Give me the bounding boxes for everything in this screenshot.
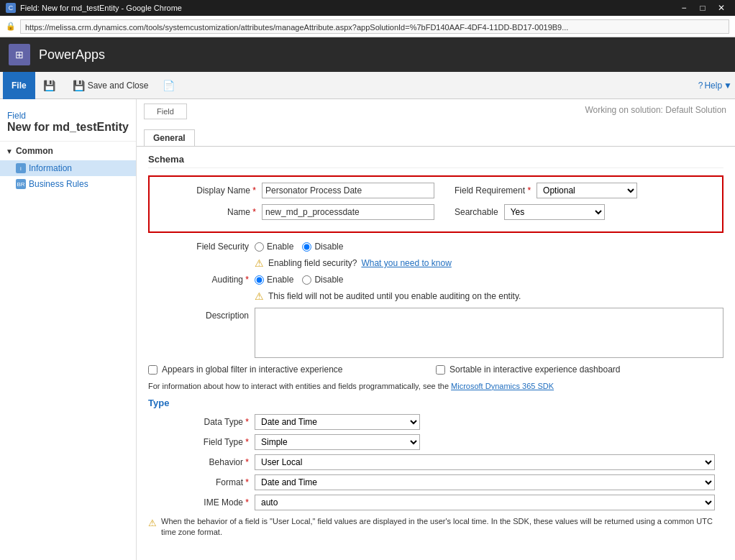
- global-filter-col1: Appears in global filter in interactive …: [148, 364, 436, 376]
- auditing-warning-icon: ⚠: [255, 290, 264, 302]
- field-requirement-group: Field Requirement * Optional Business Re…: [455, 183, 637, 198]
- sortable-label: Sortable in interactive experience dashb…: [449, 364, 620, 376]
- information-icon: i: [16, 163, 26, 173]
- minimize-button[interactable]: −: [676, 0, 692, 16]
- sdk-info: For information about how to interact wi…: [148, 382, 723, 390]
- save-button[interactable]: 💾: [37, 75, 65, 96]
- entity-title: New for md_testEntity: [7, 121, 129, 134]
- business-rules-icon: BR: [16, 179, 26, 189]
- behavior-row: Behavior * User Local Date Only Time-Zon…: [148, 454, 723, 470]
- description-textarea[interactable]: [255, 308, 723, 358]
- sidebar-item-information[interactable]: i Information: [0, 160, 136, 176]
- display-name-label: Display Name *: [155, 185, 256, 196]
- field-security-enable-label[interactable]: Enable: [255, 242, 293, 252]
- auditing-label: Auditing *: [148, 275, 249, 285]
- schema-section-header: Schema: [148, 154, 723, 168]
- data-type-label: Data Type *: [148, 417, 249, 427]
- global-filter-label: Appears in global filter in interactive …: [162, 364, 342, 376]
- display-name-required: *: [250, 185, 256, 196]
- field-security-disable-radio[interactable]: [302, 242, 311, 252]
- auditing-warning-text: This field will not be audited until you…: [268, 291, 521, 301]
- title-bar: C Field: New for md_testEntity - Google …: [0, 0, 735, 16]
- behavior-label: Behavior *: [148, 457, 249, 467]
- save-close-icon: 💾: [73, 80, 85, 91]
- behavior-select[interactable]: User Local Date Only Time-Zone Independe…: [255, 454, 715, 470]
- name-input[interactable]: [262, 204, 434, 220]
- data-type-select[interactable]: Date and Time Single Line of Text Option…: [255, 414, 420, 430]
- sidebar: Field New for md_testEntity ▼ Common i I…: [0, 99, 137, 560]
- auditing-radio-group: Enable Disable: [255, 275, 343, 285]
- solution-label: Working on solution: Default Solution: [585, 105, 726, 115]
- ime-mode-select[interactable]: auto active inactive disabled: [255, 495, 715, 510]
- global-filter-checkbox[interactable]: [148, 365, 158, 375]
- field-security-link[interactable]: What you need to know: [361, 258, 451, 268]
- help-link[interactable]: ? Help ▼: [698, 81, 732, 91]
- searchable-label: Searchable: [455, 207, 498, 217]
- ime-warning-icon: ⚠: [148, 517, 157, 530]
- field-requirement-select[interactable]: Optional Business Recommended Business R…: [537, 183, 637, 198]
- auditing-disable-radio[interactable]: [302, 275, 311, 285]
- tab-general[interactable]: General: [144, 129, 195, 146]
- maximize-button[interactable]: □: [695, 0, 711, 16]
- content-area[interactable]: Field Working on solution: Default Solut…: [137, 99, 735, 560]
- sidebar-item-business-rules[interactable]: BR Business Rules: [0, 176, 136, 192]
- page-icon: 📄: [163, 80, 175, 91]
- help-label: Help: [704, 81, 722, 91]
- help-question-icon: ?: [698, 81, 703, 91]
- description-row: Description: [148, 308, 723, 358]
- auditing-disable-label[interactable]: Disable: [302, 275, 343, 285]
- sdk-link[interactable]: Microsoft Dynamics 365 SDK: [451, 382, 554, 390]
- sidebar-common-header[interactable]: ▼ Common: [0, 142, 136, 160]
- field-security-disable-label[interactable]: Disable: [302, 242, 343, 252]
- save-close-label: Save and Close: [88, 81, 149, 91]
- auditing-row: Auditing * Enable Disable: [148, 275, 723, 285]
- app-icon: C: [6, 3, 16, 13]
- page-button[interactable]: 📄: [156, 75, 181, 96]
- field-requirement-label: Field Requirement *: [455, 185, 531, 196]
- auditing-enable-label[interactable]: Enable: [255, 275, 293, 285]
- url-display[interactable]: https://melissa.crm.dynamics.com/tools/s…: [20, 19, 729, 34]
- file-button[interactable]: File: [3, 72, 35, 99]
- display-name-input[interactable]: [262, 183, 434, 198]
- lock-icon: 🔒: [6, 22, 16, 31]
- save-close-button[interactable]: 💾 Save and Close: [66, 75, 155, 96]
- searchable-group: Searchable Yes No: [455, 204, 605, 220]
- ime-mode-row: IME Mode * auto active inactive disabled: [148, 495, 723, 510]
- app-header: ⊞ PowerApps: [0, 37, 735, 72]
- field-security-enable-radio[interactable]: [255, 242, 264, 252]
- warning-icon: ⚠: [255, 257, 264, 269]
- app-name: PowerApps: [39, 47, 105, 63]
- main-layout: Field New for md_testEntity ▼ Common i I…: [0, 99, 735, 560]
- description-label: Description: [148, 308, 249, 321]
- auditing-enable-radio[interactable]: [255, 275, 264, 285]
- format-select[interactable]: Date and Time Date Only: [255, 474, 715, 490]
- sidebar-information-label: Information: [29, 163, 72, 173]
- field-type-label: Field Type *: [148, 437, 249, 447]
- address-bar: 🔒 https://melissa.crm.dynamics.com/tools…: [0, 16, 735, 37]
- auditing-warning: ⚠ This field will not be audited until y…: [255, 290, 723, 302]
- help-dropdown-icon: ▼: [723, 81, 732, 91]
- field-security-label: Field Security: [148, 242, 249, 252]
- form-body: Schema Display Name * Field Requirement …: [137, 147, 735, 546]
- grid-icon[interactable]: ⊞: [9, 44, 30, 65]
- searchable-select[interactable]: Yes No: [504, 204, 605, 220]
- field-button[interactable]: Field: [144, 104, 187, 119]
- type-section-header: Type: [148, 398, 723, 408]
- field-security-radio-group: Enable Disable: [255, 242, 343, 252]
- window-controls: − □ ✕: [676, 0, 729, 16]
- name-label: Name *: [155, 207, 256, 217]
- save-icon: 💾: [43, 80, 55, 91]
- name-required: *: [250, 207, 256, 217]
- sidebar-business-rules-label: Business Rules: [29, 179, 88, 189]
- field-type-select[interactable]: Simple: [255, 434, 420, 450]
- arrow-icon: ▼: [6, 147, 13, 155]
- sortable-checkbox[interactable]: [436, 365, 445, 375]
- field-security-warning-text: Enabling field security?: [268, 258, 357, 268]
- breadcrumb-field[interactable]: Field: [7, 111, 129, 121]
- close-button[interactable]: ✕: [713, 0, 729, 16]
- global-filter-row: Appears in global filter in interactive …: [148, 364, 723, 376]
- ime-warning-text: When the behavior of a field is "User Lo…: [161, 516, 723, 538]
- format-label: Format *: [148, 477, 249, 487]
- sidebar-common-label: Common: [16, 146, 53, 156]
- global-filter-col2: Sortable in interactive experience dashb…: [436, 364, 723, 376]
